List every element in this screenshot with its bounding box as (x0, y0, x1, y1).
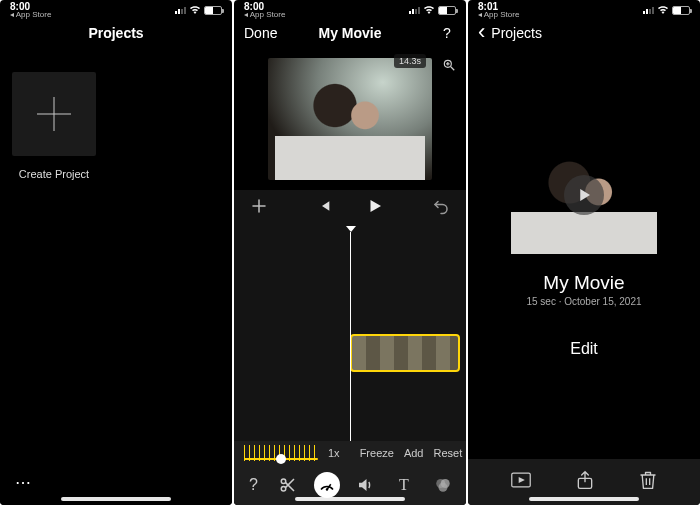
ellipsis-icon: ⋯ (15, 473, 31, 492)
status-bar: 8:00 App Store (234, 0, 466, 18)
play-rect-icon (511, 471, 531, 489)
help-button[interactable]: ? (438, 24, 456, 42)
more-button[interactable]: ⋯ (14, 473, 32, 491)
preview-area: 14.3s (234, 48, 466, 190)
play-overlay (564, 175, 604, 215)
done-button[interactable]: Done (244, 25, 277, 41)
battery-icon (672, 6, 690, 15)
zoom-button[interactable] (438, 54, 460, 76)
project-thumbnail[interactable] (505, 136, 663, 254)
plus-icon (250, 197, 268, 215)
cellular-icon (409, 7, 420, 14)
battery-icon (204, 6, 222, 15)
cellular-icon (175, 7, 186, 14)
play-movie-button[interactable] (511, 471, 531, 493)
trash-icon (639, 470, 657, 490)
project-meta: 15 sec · October 15, 2021 (526, 296, 641, 307)
preview-frame[interactable] (268, 58, 432, 180)
cellular-icon (643, 7, 654, 14)
home-indicator[interactable] (529, 497, 639, 501)
play-button[interactable] (366, 197, 384, 219)
skip-back-icon (316, 198, 332, 214)
volume-icon (356, 476, 374, 494)
filters-tool[interactable] (430, 472, 456, 498)
editor-header: Done My Movie ? (234, 18, 466, 48)
back-button[interactable]: Projects (478, 25, 542, 41)
status-bar: 8:01 App Store (468, 0, 700, 18)
wifi-icon (189, 5, 201, 15)
projects-screen: 8:00 App Store Projects Create Project (0, 0, 232, 505)
toolbar-help-button[interactable]: ? (244, 476, 262, 494)
share-button[interactable] (576, 470, 594, 494)
battery-icon (438, 6, 456, 15)
question-icon: ? (249, 476, 258, 494)
scissors-icon (279, 476, 297, 494)
timeline-clip[interactable] (350, 334, 460, 372)
speed-tool[interactable] (314, 472, 340, 498)
page-title: Projects (88, 25, 143, 41)
wifi-icon (657, 5, 669, 15)
delete-button[interactable] (639, 470, 657, 494)
project-title: My Movie (543, 272, 624, 294)
cut-tool[interactable] (275, 472, 301, 498)
edit-button[interactable]: Edit (558, 323, 610, 375)
filters-icon (434, 476, 452, 494)
create-project-label: Create Project (12, 168, 96, 180)
skip-back-button[interactable] (316, 198, 332, 218)
project-detail-screen: 8:01 App Store Projects (468, 0, 700, 505)
transport-bar (234, 190, 466, 226)
status-bar: 8:00 App Store (0, 0, 232, 18)
svg-point-10 (438, 483, 447, 492)
undo-icon (432, 197, 450, 215)
question-icon: ? (443, 25, 451, 41)
play-icon (366, 197, 384, 215)
editor-screen: 8:00 App Store Done My Movie ? (234, 0, 466, 505)
undo-button[interactable] (432, 197, 450, 219)
home-indicator[interactable] (61, 497, 171, 501)
speed-add-button[interactable]: Add (404, 447, 424, 459)
create-project-tile[interactable]: Create Project (12, 72, 96, 180)
speed-reset-button[interactable]: Reset (433, 447, 462, 459)
back-label: Projects (491, 25, 542, 41)
speed-panel: 1x Freeze Add Reset (234, 441, 466, 465)
speed-slider[interactable] (244, 445, 318, 461)
text-icon: T (399, 476, 409, 494)
projects-header: Projects (0, 18, 232, 48)
home-indicator[interactable] (295, 497, 405, 501)
detail-header: Projects (468, 18, 700, 48)
titles-tool[interactable]: T (391, 472, 417, 498)
svg-line-1 (451, 67, 455, 71)
speed-value: 1x (328, 447, 340, 459)
playhead[interactable] (350, 232, 351, 441)
wifi-icon (423, 5, 435, 15)
play-icon (575, 186, 593, 204)
plus-icon (37, 97, 71, 131)
projects-grid: Create Project (0, 48, 232, 459)
volume-tool[interactable] (352, 472, 378, 498)
magnifier-plus-icon (442, 58, 456, 72)
editor-title: My Movie (318, 25, 381, 41)
freeze-button[interactable]: Freeze (360, 447, 394, 459)
speedometer-icon (318, 476, 336, 494)
timeline[interactable] (234, 226, 466, 441)
timecode-pill: 14.3s (394, 54, 426, 68)
share-icon (576, 470, 594, 490)
add-media-button[interactable] (250, 197, 268, 219)
